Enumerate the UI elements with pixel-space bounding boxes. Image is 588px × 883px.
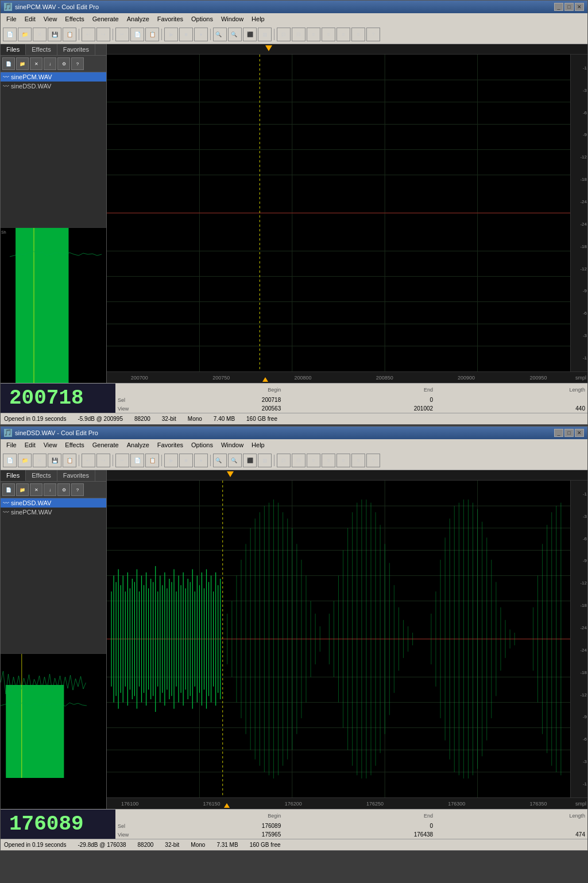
maximize-button[interactable]: □	[564, 3, 574, 11]
panel-btn2-pcm[interactable]: 📁	[16, 57, 29, 70]
tb-save-as-dsd[interactable]: 📋	[63, 454, 76, 467]
close-button-dsd[interactable]: ✕	[575, 429, 584, 437]
menu-help-dsd[interactable]: Help	[248, 441, 268, 449]
menu-analyze-pcm[interactable]: Analyze	[123, 15, 153, 23]
menu-favorites-dsd[interactable]: Favorites	[154, 441, 187, 449]
minimize-button-dsd[interactable]: _	[554, 429, 563, 437]
menu-window-dsd[interactable]: Window	[218, 441, 247, 449]
panel-btn1-pcm[interactable]: 📄	[2, 57, 15, 70]
tb-zoom-sel-dsd[interactable]: ▦	[258, 454, 272, 467]
panel-btn4-pcm[interactable]: ↓	[44, 57, 56, 70]
tb-paste-pcm[interactable]: 📋	[145, 28, 159, 41]
tb-open-pcm[interactable]: 📁	[18, 28, 32, 41]
tb-misc3-pcm[interactable]: ≡	[336, 28, 350, 41]
file-item-dsd-1[interactable]: 〰 sineDSD.WAV	[1, 498, 106, 508]
panel-btn3-dsd[interactable]: ✕	[30, 483, 42, 496]
tb-save-dsd[interactable]: 💾	[48, 454, 61, 467]
panel-btn6-dsd[interactable]: ?	[71, 483, 84, 496]
panel-btn5-pcm[interactable]: ⚙	[57, 57, 70, 70]
menu-options-pcm[interactable]: Options	[188, 15, 216, 23]
tb-sel-all-dsd[interactable]: ⊡	[277, 454, 291, 467]
bottom-status-pcm: Opened in 0.19 seconds -5.9dB @ 200995 8…	[1, 413, 587, 424]
tb-misc5-dsd[interactable]: ?	[366, 454, 380, 467]
file-item-dsd-2[interactable]: 〰 sinePCM.WAV	[1, 508, 106, 517]
file-name-2: sineDSD.WAV	[11, 83, 51, 90]
tb-zoom-out-dsd[interactable]: 🔍-	[228, 454, 242, 467]
tb-cut-dsd[interactable]: ✂	[115, 454, 129, 467]
panel-btn4-dsd[interactable]: ↓	[44, 483, 56, 496]
menu-view-pcm[interactable]: View	[40, 15, 61, 23]
tb-new-dsd[interactable]: 📄	[3, 454, 17, 467]
menu-edit-dsd[interactable]: Edit	[21, 441, 39, 449]
tab-effects-dsd[interactable]: Effects	[26, 470, 57, 481]
waveform-main-dsd[interactable]: DSD	[107, 481, 570, 797]
tb-redo-pcm[interactable]: ↪	[96, 28, 110, 41]
menu-favorites-pcm[interactable]: Favorites	[154, 15, 187, 23]
tab-favorites-dsd[interactable]: Favorites	[57, 470, 95, 481]
tb-redo-dsd[interactable]: ↪	[96, 454, 110, 467]
menu-options-dsd[interactable]: Options	[188, 441, 216, 449]
tb-copy-pcm[interactable]: 📄	[130, 28, 144, 41]
tb-zoom-in-dsd[interactable]: 🔍+	[213, 454, 227, 467]
tb-misc4-dsd[interactable]: ≡	[351, 454, 365, 467]
tb-paste-dsd[interactable]: 📋	[145, 454, 159, 467]
menu-effects-pcm[interactable]: Effects	[61, 15, 87, 23]
tb-stop-pcm[interactable]: ■	[179, 28, 193, 41]
menu-analyze-dsd[interactable]: Analyze	[123, 441, 153, 449]
menu-generate-dsd[interactable]: Generate	[89, 441, 122, 449]
menu-effects-dsd[interactable]: Effects	[61, 441, 87, 449]
tb-desel-pcm[interactable]: ⊟	[292, 28, 305, 41]
close-button[interactable]: ✕	[575, 3, 584, 11]
tb-play-dsd[interactable]: ▶	[164, 454, 178, 467]
tb-cut-pcm[interactable]: ✂	[115, 28, 129, 41]
menu-view-dsd[interactable]: View	[40, 441, 61, 449]
tb-save-as-pcm[interactable]: 📋	[63, 28, 76, 41]
tb-close-dsd[interactable]: ✕	[33, 454, 47, 467]
tb-misc1-pcm[interactable]: ≡	[307, 28, 320, 41]
tab-favorites-pcm[interactable]: Favorites	[57, 44, 95, 55]
tb-undo-dsd[interactable]: ↩	[82, 454, 95, 467]
tb-misc5-pcm[interactable]: ?	[366, 28, 380, 41]
tab-files-dsd[interactable]: Files	[1, 470, 26, 481]
file-item-pcm-1[interactable]: 〰 sinePCM.WAV	[1, 72, 106, 82]
tb-new-pcm[interactable]: 📄	[3, 28, 17, 41]
tb-zoom-out-pcm[interactable]: 🔍-	[228, 28, 242, 41]
tb-record-pcm[interactable]: ●	[194, 28, 208, 41]
tb-misc1-dsd[interactable]: ≡	[307, 454, 320, 467]
tb-zoom-full-pcm[interactable]: ⬛	[243, 28, 257, 41]
tb-stop-dsd[interactable]: ■	[179, 454, 193, 467]
file-item-pcm-2[interactable]: 〰 sineDSD.WAV	[1, 82, 106, 91]
maximize-button-dsd[interactable]: □	[564, 429, 574, 437]
tb-zoom-in-pcm[interactable]: 🔍+	[213, 28, 227, 41]
tb-record-dsd[interactable]: ●	[194, 454, 208, 467]
minimize-button[interactable]: _	[554, 3, 563, 11]
tb-close-pcm[interactable]: ✕	[33, 28, 47, 41]
tab-files-pcm[interactable]: Files	[1, 44, 26, 55]
tb-sel-all-pcm[interactable]: ⊡	[277, 28, 291, 41]
tb-misc4-pcm[interactable]: ≡	[351, 28, 365, 41]
tb-open-dsd[interactable]: 📁	[18, 454, 32, 467]
tb-zoom-sel-pcm[interactable]: ▦	[258, 28, 272, 41]
panel-btn5-dsd[interactable]: ⚙	[57, 483, 70, 496]
tb-copy-dsd[interactable]: 📄	[130, 454, 144, 467]
tb-play-pcm[interactable]: ▶	[164, 28, 178, 41]
panel-btn6-pcm[interactable]: ?	[71, 57, 84, 70]
tb-desel-dsd[interactable]: ⊟	[292, 454, 305, 467]
tb-zoom-full-dsd[interactable]: ⬛	[243, 454, 257, 467]
menu-help-pcm[interactable]: Help	[248, 15, 268, 23]
menu-generate-pcm[interactable]: Generate	[89, 15, 122, 23]
tb-misc2-pcm[interactable]: ≡	[322, 28, 335, 41]
panel-btn3-pcm[interactable]: ✕	[30, 57, 42, 70]
tb-save-pcm[interactable]: 💾	[48, 28, 61, 41]
tb-misc2-dsd[interactable]: ≡	[322, 454, 335, 467]
tab-effects-pcm[interactable]: Effects	[26, 44, 57, 55]
waveform-main-pcm[interactable]: PCM	[107, 55, 570, 371]
panel-btn1-dsd[interactable]: 📄	[2, 483, 15, 496]
tb-undo-pcm[interactable]: ↩	[82, 28, 95, 41]
menu-file-dsd[interactable]: File	[3, 441, 20, 449]
menu-edit-pcm[interactable]: Edit	[21, 15, 39, 23]
menu-file-pcm[interactable]: File	[3, 15, 20, 23]
panel-btn2-dsd[interactable]: 📁	[16, 483, 29, 496]
menu-window-pcm[interactable]: Window	[218, 15, 247, 23]
tb-misc3-dsd[interactable]: ≡	[336, 454, 350, 467]
